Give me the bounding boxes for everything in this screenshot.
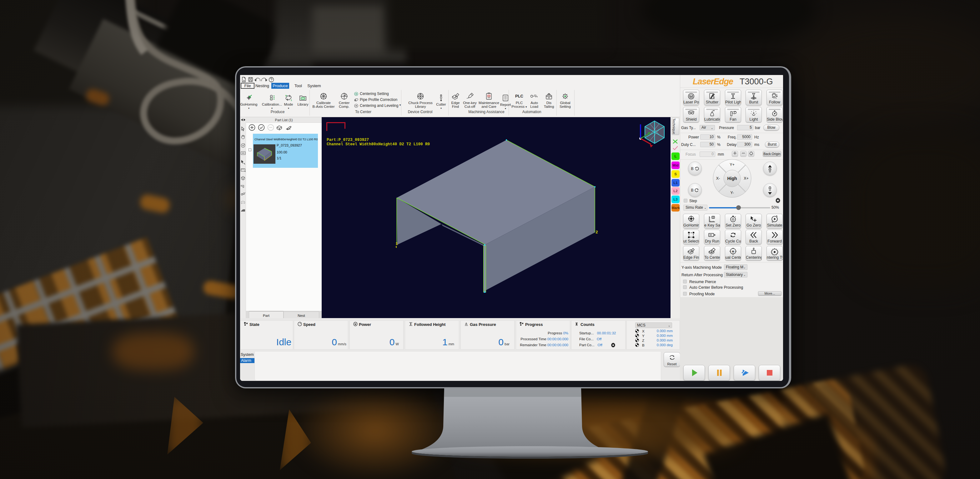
svg-text:2: 2 — [595, 230, 598, 235]
svg-text:Y-: Y- — [730, 190, 734, 195]
svg-text:M: M — [732, 250, 734, 253]
svg-text:X-: X- — [716, 176, 720, 181]
svg-text:Channel Steel Width80xHeight40: Channel Steel Width80xHeight40 D2 T2 L10… — [327, 142, 430, 146]
svg-text:N: N — [285, 95, 287, 97]
svg-text:High: High — [727, 176, 737, 181]
svg-text:X+: X+ — [744, 176, 749, 181]
svg-text:Part:P_0723_093927: Part:P_0723_093927 — [327, 138, 369, 142]
svg-text:Y+: Y+ — [730, 162, 735, 167]
svg-text:1: 1 — [395, 241, 398, 246]
svg-text:1: 1 — [291, 99, 292, 101]
